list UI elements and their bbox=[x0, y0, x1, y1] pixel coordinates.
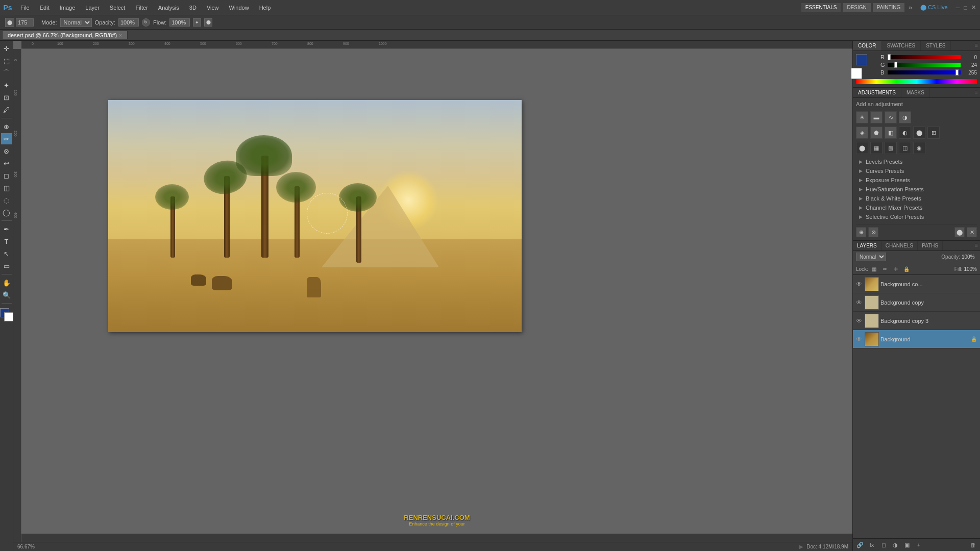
layer-delete-btn[interactable]: 🗑 bbox=[968, 540, 978, 549]
green-slider[interactable] bbox=[888, 63, 961, 67]
lasso-tool[interactable]: ⌒ bbox=[1, 67, 12, 79]
levels-icon[interactable]: ▬ bbox=[870, 111, 883, 123]
color-picker[interactable] bbox=[0, 308, 13, 321]
move-tool[interactable]: ✛ bbox=[1, 43, 12, 54]
layer-item-bg-copy-fx[interactable]: 👁 Background co... bbox=[853, 275, 980, 293]
history-brush-tool[interactable]: ↩ bbox=[1, 158, 12, 169]
layer-link-btn[interactable]: 🔗 bbox=[855, 540, 865, 549]
photo-filter-icon[interactable]: ⬤ bbox=[913, 127, 925, 139]
threshold-icon[interactable]: ▧ bbox=[885, 142, 897, 154]
blue-slider-thumb[interactable] bbox=[955, 69, 959, 76]
spectrum-bar[interactable] bbox=[856, 79, 977, 84]
preset-bw[interactable]: ▶ Black & White Presets bbox=[856, 194, 977, 203]
menu-window[interactable]: Window bbox=[224, 3, 254, 13]
layer-visibility-4[interactable]: 👁 bbox=[855, 336, 863, 343]
tab-swatches[interactable]: SWATCHES bbox=[882, 41, 921, 51]
clone-stamp-tool[interactable]: ⊗ bbox=[1, 145, 12, 157]
blend-mode-select[interactable]: Normal bbox=[60, 18, 92, 27]
adj-bottom-btn-3[interactable]: ⬤ bbox=[954, 227, 965, 237]
blend-mode-dropdown[interactable]: Normal bbox=[856, 253, 886, 261]
preset-hue-sat[interactable]: ▶ Hue/Saturation Presets bbox=[856, 185, 977, 194]
green-slider-thumb[interactable] bbox=[894, 62, 897, 68]
menu-image[interactable]: Image bbox=[55, 3, 81, 13]
gradient-tool[interactable]: ◫ bbox=[1, 182, 12, 193]
lock-transparent-btn[interactable]: ▦ bbox=[870, 264, 879, 273]
preset-exposure[interactable]: ▶ Exposure Presets bbox=[856, 176, 977, 185]
layer-adj-btn[interactable]: ◑ bbox=[890, 540, 900, 549]
menu-help[interactable]: Help bbox=[254, 3, 276, 13]
preset-levels[interactable]: ▶ Levels Presets bbox=[856, 157, 977, 166]
flow-pressure-btn[interactable]: ⬤ bbox=[204, 18, 212, 27]
magic-wand-tool[interactable]: ✦ bbox=[1, 80, 12, 91]
tab-channels[interactable]: CHANNELS bbox=[881, 241, 918, 251]
design-button[interactable]: DESIGN bbox=[843, 3, 870, 12]
adj-panel-menu[interactable]: ≡ bbox=[973, 88, 980, 97]
marquee-tool[interactable]: ⬚ bbox=[1, 55, 12, 66]
red-slider-thumb[interactable] bbox=[888, 54, 891, 60]
path-selection-tool[interactable]: ↖ bbox=[1, 248, 12, 259]
background-color[interactable] bbox=[4, 312, 13, 321]
layer-visibility-2[interactable]: 👁 bbox=[855, 299, 863, 306]
layer-new-btn[interactable]: + bbox=[914, 540, 924, 549]
airbrush-btn[interactable]: ✦ bbox=[193, 18, 201, 27]
adj-bottom-btn-4[interactable]: ✕ bbox=[967, 227, 977, 237]
tab-color[interactable]: COLOR bbox=[853, 41, 882, 51]
always-use-pressure-btn[interactable]: ↻ bbox=[142, 18, 150, 27]
eyedropper-tool[interactable]: 🖊 bbox=[1, 104, 12, 115]
layer-mask-btn[interactable]: ◻ bbox=[878, 540, 889, 549]
shape-tool[interactable]: ▭ bbox=[1, 260, 12, 271]
menu-edit[interactable]: Edit bbox=[35, 3, 55, 13]
bw-icon[interactable]: ◐ bbox=[899, 127, 911, 139]
preset-selective-color[interactable]: ▶ Selective Color Presets bbox=[856, 212, 977, 221]
layer-item-background[interactable]: 👁 Background 🔒 bbox=[853, 330, 980, 348]
brush-tool[interactable]: ✏ bbox=[1, 133, 12, 144]
invert-icon[interactable]: ⬤ bbox=[856, 142, 868, 154]
red-slider[interactable] bbox=[888, 55, 961, 59]
flow-input[interactable] bbox=[169, 18, 190, 27]
essentials-button[interactable]: ESSENTIALS bbox=[801, 3, 841, 12]
menu-3d[interactable]: 3D bbox=[184, 3, 202, 13]
brush-size-input[interactable] bbox=[16, 18, 34, 27]
color-balance-icon[interactable]: ◧ bbox=[885, 127, 897, 139]
tab-adjustments[interactable]: ADJUSTMENTS bbox=[853, 88, 901, 97]
brush-preset-picker[interactable]: ⬤ bbox=[5, 18, 14, 27]
layer-visibility-3[interactable]: 👁 bbox=[855, 317, 863, 324]
menu-filter[interactable]: Filter bbox=[130, 3, 153, 13]
lock-paint-btn[interactable]: ✏ bbox=[880, 264, 890, 273]
opacity-input[interactable] bbox=[118, 18, 139, 27]
blur-tool[interactable]: ◌ bbox=[1, 194, 12, 206]
canvas-wrapper[interactable] bbox=[108, 100, 522, 332]
healing-brush-tool[interactable]: ⊕ bbox=[1, 121, 12, 132]
layer-visibility-1[interactable]: 👁 bbox=[855, 281, 863, 288]
foreground-swatch[interactable] bbox=[856, 54, 867, 65]
adj-bottom-btn-1[interactable]: ⊕ bbox=[856, 227, 866, 237]
hand-tool[interactable]: ✋ bbox=[1, 277, 12, 288]
gradient-map-icon[interactable]: ◫ bbox=[899, 142, 911, 154]
tab-close-btn[interactable]: × bbox=[119, 33, 122, 38]
menu-file[interactable]: File bbox=[15, 3, 35, 13]
lock-position-btn[interactable]: ✛ bbox=[891, 264, 900, 273]
close-btn[interactable]: ✕ bbox=[971, 4, 976, 11]
document-tab[interactable]: desert.psd @ 66.7% (Background, RGB/8#) … bbox=[2, 31, 128, 39]
tab-layers[interactable]: LAYERS bbox=[853, 241, 881, 251]
preset-channel-mixer[interactable]: ▶ Channel Mixer Presets bbox=[856, 203, 977, 212]
menu-select[interactable]: Select bbox=[105, 3, 131, 13]
crop-tool[interactable]: ⊡ bbox=[1, 92, 12, 103]
tab-styles[interactable]: STYLES bbox=[921, 41, 951, 51]
hue-sat-icon[interactable]: ⬟ bbox=[870, 127, 883, 139]
posterize-icon[interactable]: ▦ bbox=[870, 142, 883, 154]
preset-curves[interactable]: ▶ Curves Presets bbox=[856, 166, 977, 176]
brightness-contrast-icon[interactable]: ☀ bbox=[856, 111, 868, 123]
layer-item-bg-copy3[interactable]: 👁 Background copy 3 bbox=[853, 312, 980, 330]
text-tool[interactable]: T bbox=[1, 236, 12, 247]
pen-tool[interactable]: ✒ bbox=[1, 223, 12, 235]
curves-icon[interactable]: ∿ bbox=[885, 111, 897, 123]
horizontal-scrollbar[interactable] bbox=[21, 534, 852, 542]
adj-bottom-btn-2[interactable]: ⊗ bbox=[868, 227, 878, 237]
layers-panel-menu[interactable]: ≡ bbox=[973, 241, 980, 251]
layer-group-btn[interactable]: ▣ bbox=[902, 540, 912, 549]
zoom-tool[interactable]: 🔍 bbox=[1, 289, 12, 300]
channel-mixer-icon[interactable]: ⊞ bbox=[927, 127, 940, 139]
eraser-tool[interactable]: ◻ bbox=[1, 170, 12, 181]
painting-button[interactable]: PAINTING bbox=[873, 3, 904, 12]
